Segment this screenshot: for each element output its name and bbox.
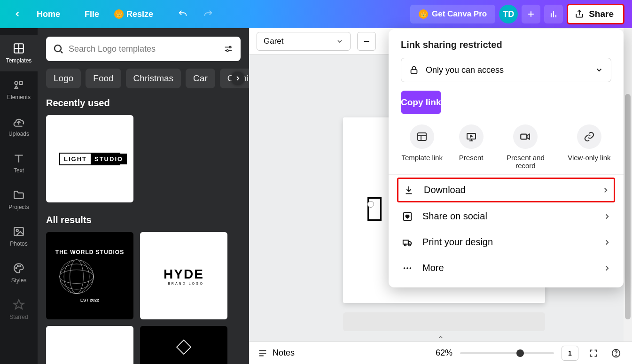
page-indicator[interactable]: 1	[562, 346, 578, 361]
chevron-right-icon	[603, 212, 611, 221]
add-button[interactable]	[522, 5, 540, 23]
svg-rect-17	[418, 133, 426, 140]
template-link-button[interactable]: Template link	[401, 124, 443, 170]
svg-rect-21	[403, 240, 408, 244]
filter-button[interactable]	[223, 43, 234, 54]
chevron-up-icon	[436, 334, 445, 341]
rail-templates[interactable]: Templates	[0, 35, 38, 71]
rail-text[interactable]: Text	[0, 145, 38, 181]
share-social-button[interactable]: Share on social	[389, 203, 624, 229]
chevron-right-icon	[234, 75, 242, 82]
svg-point-22	[405, 244, 406, 246]
popover-heading: Link sharing restricted	[389, 39, 624, 58]
present-record-button[interactable]: Present and record	[499, 124, 551, 170]
rail-label: Templates	[6, 57, 32, 64]
slider-thumb[interactable]	[516, 349, 524, 357]
truck-icon	[402, 237, 413, 248]
chip-christmas[interactable]: Christmas	[126, 69, 181, 88]
notes-button[interactable]: Notes	[257, 348, 295, 358]
rail-styles[interactable]: Styles	[0, 255, 38, 291]
templates-icon	[13, 42, 25, 54]
logo-text: LIGHT	[60, 154, 91, 164]
svg-point-4	[16, 230, 18, 232]
print-design-button[interactable]: Print your design	[389, 229, 624, 255]
fullscreen-button[interactable]	[586, 346, 601, 361]
resize-button[interactable]: 👑 Resize	[109, 6, 159, 23]
share-actions: Template link Present Present and record…	[389, 124, 624, 175]
template-thumb[interactable]	[140, 326, 227, 364]
uploads-icon	[13, 116, 25, 128]
template-thumb[interactable]	[46, 326, 133, 364]
present-button[interactable]: Present	[459, 124, 484, 170]
bar-chart-icon	[549, 9, 558, 19]
chip-food[interactable]: Food	[86, 69, 121, 88]
font-size-decrease[interactable]: –	[357, 32, 376, 51]
search-icon	[53, 43, 64, 54]
template-thumb[interactable]: HYDE BRAND LOGO	[140, 232, 227, 319]
file-menu-button[interactable]: File	[79, 6, 105, 23]
share-popover: Link sharing restricted Only you can acc…	[389, 29, 624, 287]
help-button[interactable]	[609, 346, 624, 361]
svg-point-24	[404, 267, 406, 269]
search-input[interactable]	[69, 44, 218, 54]
svg-rect-2	[19, 81, 23, 85]
access-selector[interactable]: Only you can access	[401, 58, 611, 82]
get-pro-label: Get Canva Pro	[432, 9, 487, 19]
logo-preview: LIGHT STUDIO	[59, 153, 120, 165]
share-button[interactable]: Share	[567, 4, 624, 24]
svg-point-11	[60, 260, 94, 294]
user-avatar[interactable]: TD	[499, 5, 518, 23]
font-selector[interactable]: Garet	[257, 32, 351, 51]
view-only-link-button[interactable]: View-only link	[568, 124, 610, 170]
text-icon	[13, 152, 25, 164]
chip-car[interactable]: Car	[186, 69, 215, 88]
undo-button[interactable]	[172, 5, 194, 23]
zoom-slider[interactable]	[460, 352, 554, 354]
svg-point-25	[406, 267, 408, 269]
bottom-bar: Notes 62% 1	[249, 341, 632, 364]
vertical-scrollbar[interactable]	[624, 28, 632, 341]
rail-uploads[interactable]: Uploads	[0, 108, 38, 145]
folder-icon	[13, 189, 25, 201]
action-label: View-only link	[568, 154, 610, 162]
redo-button[interactable]	[197, 5, 219, 23]
add-page-button[interactable]	[343, 312, 545, 331]
back-button[interactable]	[8, 6, 27, 22]
page-expand-button[interactable]	[436, 334, 445, 341]
svg-point-14	[64, 260, 89, 294]
selection-handle[interactable]	[367, 201, 374, 208]
template-thumb[interactable]: THE WORLD STUDIOS EST 2022	[46, 232, 133, 319]
zoom-level[interactable]: 62%	[436, 348, 453, 358]
download-button[interactable]: Download	[397, 178, 615, 202]
scrollbar-thumb[interactable]	[625, 94, 631, 319]
svg-rect-16	[411, 70, 417, 73]
link-icon	[584, 131, 595, 142]
rail-photos[interactable]: Photos	[0, 218, 38, 255]
chip-logo[interactable]: Logo	[46, 69, 81, 88]
home-button[interactable]: Home	[31, 6, 66, 23]
expand-icon	[589, 349, 598, 358]
svg-point-1	[15, 81, 17, 85]
chips-next-button[interactable]	[231, 72, 244, 85]
rail-elements[interactable]: Elements	[0, 71, 38, 108]
panel-collapse-handle[interactable]	[248, 180, 249, 213]
copy-link-button[interactable]: Copy link	[401, 91, 441, 114]
rail-starred[interactable]: Starred	[0, 291, 38, 328]
rail-projects[interactable]: Projects	[0, 181, 38, 218]
access-label: Only you can access	[426, 65, 588, 75]
more-options-button[interactable]: More	[389, 255, 624, 281]
logo-preview: THE WORLD STUDIOS EST 2022	[55, 249, 124, 302]
logo-text: STUDIO	[91, 154, 127, 164]
left-rail: Templates Elements Uploads Text Projects…	[0, 28, 38, 364]
crown-icon: 👑	[419, 9, 428, 19]
get-pro-button[interactable]: 👑 Get Canva Pro	[410, 5, 495, 23]
template-thumb[interactable]: LIGHT STUDIO	[46, 115, 133, 202]
crown-icon: 👑	[114, 9, 124, 19]
svg-point-15	[60, 264, 94, 289]
list-label: More	[422, 263, 444, 273]
share-icon	[575, 9, 584, 19]
search-field[interactable]	[46, 37, 241, 61]
svg-point-9	[229, 46, 231, 48]
analytics-button[interactable]	[544, 5, 563, 23]
svg-point-8	[55, 45, 61, 52]
